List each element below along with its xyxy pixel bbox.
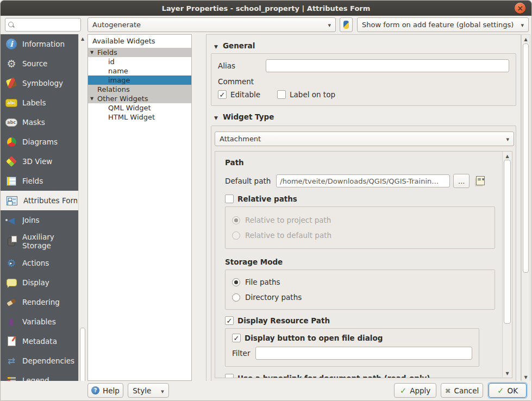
collapse-triangle-icon[interactable]	[214, 112, 218, 121]
help-button[interactable]: Help	[87, 383, 123, 398]
sidebar-item-diagrams[interactable]: Diagrams	[1, 132, 78, 152]
expand-triangle-icon[interactable]	[90, 50, 93, 55]
close-icon[interactable]	[515, 3, 525, 14]
tree-group-relations[interactable]: Relations	[88, 85, 191, 94]
scroll-down-icon[interactable]	[503, 369, 512, 377]
attachment-options-scroll-area: Path Default path ... Relative paths	[215, 151, 512, 378]
sidebar-item-attributes-form[interactable]: Attributes Form	[1, 191, 78, 210]
tree-group-fields[interactable]: Fields	[88, 48, 191, 57]
checkbox-icon[interactable]	[225, 316, 234, 325]
directory-paths-radio[interactable]: Directory paths	[232, 290, 488, 305]
cancel-button[interactable]: Cancel	[441, 383, 483, 398]
alias-input[interactable]	[266, 59, 509, 72]
scroll-up-icon[interactable]	[522, 35, 530, 43]
widget-type-dropdown[interactable]: Attachment	[215, 131, 514, 146]
form-open-mode-dropdown[interactable]: Show form on add feature (global setting…	[357, 17, 529, 32]
radio-icon[interactable]	[232, 231, 240, 240]
sidebar-item-variables[interactable]: Variables	[1, 312, 78, 331]
chevron-down-icon	[323, 21, 331, 29]
checkbox-icon[interactable]	[225, 195, 234, 203]
tree-item-name[interactable]: name	[88, 66, 191, 76]
available-widgets-header: Available Widgets	[88, 35, 191, 48]
default-path-input[interactable]	[276, 174, 450, 187]
radio-icon[interactable]	[232, 293, 240, 302]
resource-path-group-box: Display button to open file dialog Filte…	[225, 328, 479, 367]
tree-item-html-widget[interactable]: HTML Widget	[88, 112, 191, 122]
sidebar-item-source[interactable]: Source	[1, 54, 78, 73]
browse-button[interactable]: ...	[453, 174, 470, 188]
sidebar-item-joins[interactable]: Joins	[1, 210, 78, 230]
tree-item-qml-widget[interactable]: QML Widget	[88, 103, 191, 112]
relative-to-default-path-radio[interactable]: Relative to default path	[232, 228, 488, 243]
relative-paths-checkbox[interactable]: Relative paths	[225, 195, 297, 203]
sidebar-item-fields[interactable]: Fields	[1, 171, 78, 191]
3d-view-icon	[5, 155, 17, 167]
python-init-button[interactable]	[340, 17, 353, 32]
toolbar: Autogenerate Show form on add feature (g…	[1, 16, 531, 34]
default-path-label: Default path	[225, 177, 271, 185]
attributes-form-icon	[7, 196, 17, 205]
display-icon	[5, 277, 17, 289]
sidebar-item-dependencies[interactable]: Dependencies	[1, 351, 78, 371]
titlebar[interactable]: Layer Properties - school_property | Att…	[1, 1, 531, 16]
sidebar-item-rendering[interactable]: Rendering	[1, 292, 78, 312]
sidebar: Information Source Symbology Labels Mask…	[1, 34, 78, 400]
scroll-up-icon[interactable]	[79, 35, 86, 42]
masks-icon	[5, 116, 17, 128]
radio-icon[interactable]	[232, 278, 240, 286]
sidebar-item-auxiliary-storage[interactable]: Auxiliary Storage	[1, 230, 78, 253]
widget-type-dropdown-value: Attachment	[220, 135, 261, 143]
data-defined-override-icon[interactable]	[475, 175, 488, 187]
apply-button[interactable]: Apply	[394, 383, 436, 398]
comment-label: Comment	[218, 77, 254, 86]
editable-checkbox[interactable]: Editable	[218, 90, 260, 99]
search-input[interactable]	[17, 20, 80, 29]
settings-panel: General Alias Comment Editable Label on …	[206, 34, 521, 382]
tree-item-image[interactable]: image	[88, 76, 191, 85]
fields-icon	[5, 175, 17, 187]
ok-button[interactable]: OK	[489, 383, 527, 398]
widget-type-section-header[interactable]: Widget Type	[206, 106, 521, 124]
relative-to-project-path-radio[interactable]: Relative to project path	[232, 212, 488, 228]
style-button[interactable]: Style	[128, 383, 169, 398]
source-icon	[5, 58, 17, 70]
collapse-triangle-icon[interactable]	[214, 41, 218, 50]
chevron-down-icon	[161, 386, 164, 395]
radio-icon[interactable]	[232, 216, 240, 224]
display-open-file-dialog-checkbox[interactable]: Display button to open file dialog	[232, 334, 383, 342]
options-scrollbar[interactable]	[502, 152, 512, 378]
expand-triangle-icon[interactable]	[90, 96, 93, 101]
scroll-down-icon[interactable]	[522, 373, 530, 381]
label-on-top-checkbox[interactable]: Label on top	[277, 90, 335, 99]
sidebar-item-metadata[interactable]: Metadata	[1, 331, 78, 351]
form-open-mode-value: Show form on add feature (global setting…	[362, 21, 514, 29]
scrollbar-thumb[interactable]	[504, 160, 511, 324]
sidebar-item-masks[interactable]: Masks	[1, 112, 78, 132]
scrollbar-thumb[interactable]	[523, 43, 529, 273]
display-resource-path-checkbox[interactable]: Display Resource Path	[225, 316, 330, 325]
checkbox-icon[interactable]	[218, 90, 227, 99]
sidebar-item-3d-view[interactable]: 3D View	[1, 152, 78, 171]
hyperlink-checkbox[interactable]: Use a hyperlink for document path (read-…	[225, 374, 430, 378]
file-paths-radio[interactable]: File paths	[232, 274, 488, 290]
window-title: Layer Properties - school_property | Att…	[162, 4, 371, 12]
checkbox-icon[interactable]	[277, 90, 286, 99]
variables-icon	[5, 316, 17, 328]
checkbox-icon[interactable]	[225, 374, 234, 378]
scroll-up-icon[interactable]	[503, 152, 512, 160]
joins-icon	[5, 214, 17, 226]
settings-scrollbar[interactable]	[521, 34, 530, 382]
sidebar-item-symbology[interactable]: Symbology	[1, 73, 78, 93]
checkbox-icon[interactable]	[232, 334, 241, 342]
autogenerate-dropdown[interactable]: Autogenerate	[87, 17, 336, 32]
general-section-header[interactable]: General	[206, 35, 521, 53]
auxiliary-storage-icon	[5, 236, 17, 248]
sidebar-item-information[interactable]: Information	[1, 34, 78, 54]
tree-item-id[interactable]: id	[88, 57, 191, 66]
sidebar-item-display[interactable]: Display	[1, 273, 78, 292]
sidebar-item-actions[interactable]: Actions	[1, 253, 78, 273]
tree-group-other-widgets[interactable]: Other Widgets	[88, 94, 191, 103]
sidebar-item-labels[interactable]: Labels	[1, 93, 78, 112]
filter-input[interactable]	[255, 347, 472, 360]
sidebar-scrollbar[interactable]	[78, 34, 86, 400]
